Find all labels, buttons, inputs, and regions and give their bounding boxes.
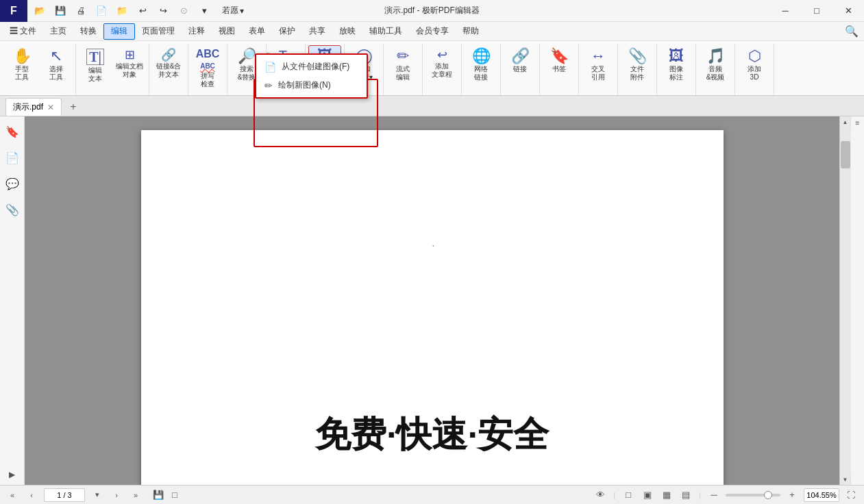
- link-merge-button[interactable]: 🔗 链接&合并文本: [152, 45, 185, 86]
- spell-icon: ABCABC: [196, 49, 220, 71]
- newdoc-icon[interactable]: 📄: [92, 0, 111, 22]
- zoom-input[interactable]: [804, 488, 839, 502]
- menu-annotate[interactable]: 注释: [182, 23, 212, 40]
- openfolder-icon[interactable]: 📁: [112, 0, 132, 22]
- right-mini-icon[interactable]: ≡: [856, 119, 860, 127]
- ribbon-group-edit-text: T| 编辑文本 ⊞ 编辑文档对象: [76, 44, 149, 95]
- page-first-button[interactable]: «: [5, 488, 19, 502]
- img-annotation-button[interactable]: 🖼 图像标注: [660, 45, 693, 86]
- page-prev-button[interactable]: ‹: [25, 488, 38, 502]
- scroll-thumb[interactable]: [841, 141, 850, 168]
- page-next-button[interactable]: ›: [110, 488, 123, 502]
- page-input[interactable]: [44, 488, 85, 502]
- more-icon[interactable]: ▾: [195, 0, 214, 22]
- zoom-thumb: [764, 491, 772, 499]
- menu-home[interactable]: 主页: [43, 23, 73, 40]
- add-article-button[interactable]: ↩ 添加文章程: [425, 45, 458, 86]
- zoom-eye-icon[interactable]: 👁: [593, 488, 608, 503]
- dropdown-draw-new[interactable]: ✏ 绘制新图像(N): [256, 76, 367, 94]
- page-view1-icon[interactable]: □: [167, 488, 182, 503]
- add-3d-button[interactable]: ⬡ 添加3D: [738, 45, 771, 86]
- save-page-icon[interactable]: 💾: [151, 488, 166, 503]
- redo-icon[interactable]: ↪: [153, 0, 173, 22]
- draw-new-icon: ✏: [264, 80, 273, 91]
- zoom-out-button[interactable]: ─: [706, 488, 721, 503]
- flow-edit-button[interactable]: ✏ 流式编辑: [386, 45, 419, 86]
- qa-button[interactable]: 若愿 ▾: [214, 0, 252, 22]
- menu-convert[interactable]: 转换: [73, 23, 103, 40]
- link-merge-icon: 🔗: [161, 49, 176, 61]
- sidebar-attachments-icon[interactable]: 📎: [3, 200, 22, 219]
- file-attach-button[interactable]: 📎 文件附件: [621, 45, 654, 86]
- search-replace-icon: 🔎: [238, 49, 256, 64]
- sidebar-bookmark-icon[interactable]: 🔖: [3, 122, 22, 141]
- link-icon: 🔗: [511, 49, 530, 64]
- view-fit-icon[interactable]: ▤: [678, 488, 693, 503]
- menu-tools[interactable]: 辅助工具: [362, 23, 409, 40]
- menubar: ☰ 文件 主页 转换 编辑 页面管理 注释 视图 表单 保护 共享 放映 辅助工…: [0, 22, 864, 41]
- quick-access-toolbar: 📂 💾 🖨 📄 📁 ↩ ↪ ⊙ ▾: [30, 0, 214, 22]
- menu-pagemanage[interactable]: 页面管理: [135, 23, 182, 40]
- scroll-track[interactable]: [840, 127, 851, 474]
- menu-vip[interactable]: 会员专享: [409, 23, 456, 40]
- menu-form[interactable]: 表单: [242, 23, 272, 40]
- spell-check-button[interactable]: ABCABC 拼写检查: [191, 45, 224, 92]
- window-controls: ─ □ ✕: [769, 0, 864, 22]
- menu-edit[interactable]: 编辑: [103, 23, 135, 40]
- cross-ref-button[interactable]: ↔ 交叉引用: [582, 45, 615, 86]
- sidebar-pages-icon[interactable]: 📄: [3, 148, 22, 167]
- ribbon: ✋ 手型工具 ↖ 选择工具 T| 编辑文本 ⊞ 编辑文档对象 🔗: [0, 41, 864, 96]
- view-single-icon[interactable]: □: [621, 488, 636, 503]
- edit-text-button[interactable]: T| 编辑文本: [79, 45, 112, 86]
- sidebar-comments-icon[interactable]: 💬: [3, 174, 22, 193]
- minimize-button[interactable]: ─: [769, 0, 801, 22]
- draw-new-label: 绘制新图像(N): [278, 79, 331, 91]
- pdf-dot: ·: [432, 240, 435, 251]
- network-link-button[interactable]: 🌐 网络链接: [465, 45, 497, 86]
- select-tool-button[interactable]: ↖ 选择工具: [40, 45, 73, 86]
- page-last-button[interactable]: »: [129, 488, 143, 502]
- close-button[interactable]: ✕: [832, 0, 864, 22]
- flow-edit-icon: ✏: [397, 49, 409, 64]
- edit-object-button[interactable]: ⊞ 编辑文档对象: [113, 45, 146, 86]
- menu-present[interactable]: 放映: [332, 23, 362, 40]
- ribbon-group-cross-ref: ↔ 交叉引用: [579, 44, 618, 95]
- zoom-slider[interactable]: [726, 494, 780, 496]
- sidebar-expand-icon[interactable]: ▶: [9, 470, 15, 479]
- view-double-icon[interactable]: ▣: [640, 488, 655, 503]
- ribbon-group-link-merge: 🔗 链接&合并文本: [149, 44, 188, 95]
- maximize-button[interactable]: □: [801, 0, 832, 22]
- menu-file[interactable]: ☰ 文件: [3, 23, 43, 40]
- menu-view[interactable]: 视图: [212, 23, 242, 40]
- link-button[interactable]: 🔗 链接: [504, 45, 536, 86]
- hand-tool-button[interactable]: ✋ 手型工具: [5, 45, 38, 86]
- scroll-up-button[interactable]: ▲: [840, 116, 851, 127]
- menu-share[interactable]: 共享: [302, 23, 332, 40]
- right-mini-sidebar: ≡: [850, 116, 864, 485]
- view-scroll-icon[interactable]: ▦: [659, 488, 674, 503]
- dropdown-from-file[interactable]: 📄 从文件创建图像(F): [256, 58, 367, 76]
- save-icon[interactable]: 💾: [51, 0, 70, 22]
- page-dropdown-button[interactable]: ▾: [90, 488, 104, 502]
- edit-text-icon: T|: [86, 49, 104, 65]
- zoom-in-button[interactable]: +: [785, 488, 800, 503]
- img-annotation-icon: 🖼: [669, 49, 684, 64]
- menu-protect[interactable]: 保护: [272, 23, 302, 40]
- bookmark-button[interactable]: 🔖 书签: [543, 45, 576, 86]
- tab-add-button[interactable]: +: [64, 98, 82, 116]
- undo-icon[interactable]: ↩: [133, 0, 152, 22]
- pdf-area: · 免费·快速·安全: [25, 116, 839, 485]
- search-icon[interactable]: 🔍: [845, 25, 859, 38]
- menu-help[interactable]: 帮助: [456, 23, 486, 40]
- open-icon[interactable]: 📂: [30, 0, 49, 22]
- scan-icon[interactable]: ⊙: [174, 0, 193, 22]
- av-button[interactable]: 🎵 音频&视频: [699, 45, 732, 86]
- tab-close-icon[interactable]: ✕: [47, 103, 54, 112]
- cross-ref-icon: ↔: [591, 49, 606, 64]
- tab-demo-pdf[interactable]: 演示.pdf ✕: [5, 98, 62, 116]
- add-article-icon: ↩: [437, 49, 447, 61]
- fullscreen-button[interactable]: ⛶: [843, 488, 859, 503]
- add-3d-icon: ⬡: [748, 49, 761, 64]
- print-icon[interactable]: 🖨: [71, 0, 90, 22]
- scroll-down-button[interactable]: ▼: [840, 474, 851, 485]
